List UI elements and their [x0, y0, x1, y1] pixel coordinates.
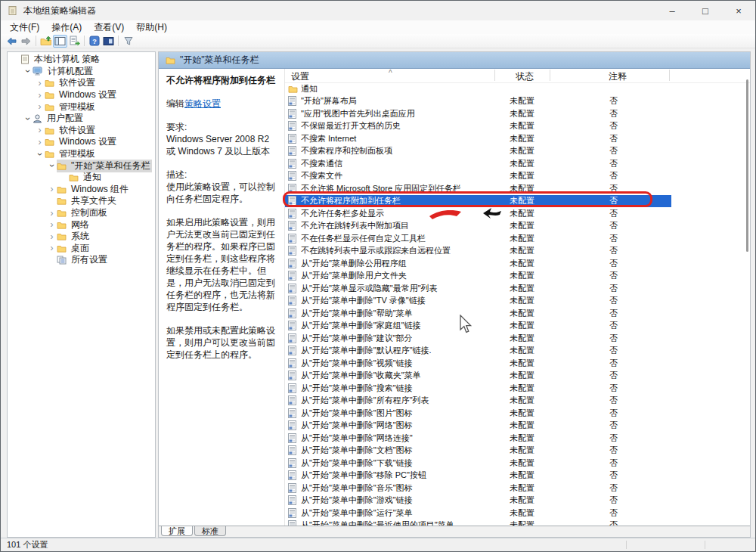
list-row-policy[interactable]: 从"开始"菜单中删除"文档"图标未配置否	[285, 445, 750, 457]
edit-policy-setting-link[interactable]: 策略设置	[184, 98, 221, 109]
tree-item-content[interactable]: 系统	[57, 230, 91, 243]
help-button[interactable]: ?	[87, 35, 101, 48]
tree-item-content[interactable]: 用户配置	[33, 112, 85, 125]
tree-item-content[interactable]: 计算机配置	[33, 65, 94, 78]
tree-item[interactable]: ›软件设置	[8, 77, 155, 89]
tree-item-content[interactable]: 软件设置	[45, 124, 97, 137]
tree-item[interactable]: ›系统	[8, 231, 155, 243]
list-row-policy[interactable]: 从"开始"菜单中删除"所有程序"列表未配置否	[285, 395, 750, 408]
tree-item[interactable]: ›Windows 设置	[8, 136, 155, 148]
tree-item-content[interactable]: Windows 组件	[57, 183, 130, 196]
list-row-policy[interactable]: 从"开始"菜单中删除"帮助"菜单未配置否	[285, 307, 750, 320]
list-row-policy[interactable]: 从"开始"菜单中删除"家庭组"链接未配置否	[285, 320, 750, 333]
show-extended-view-button[interactable]	[101, 35, 116, 48]
tree-item-content[interactable]: 管理模板	[45, 101, 97, 113]
tree-item[interactable]: ›本地计算机 策略	[8, 54, 155, 66]
tree-item[interactable]: ›控制面板	[8, 207, 155, 219]
chevron-collapsed-icon[interactable]: ›	[35, 138, 45, 147]
chevron-collapsed-icon[interactable]: ›	[47, 209, 57, 218]
tree-item[interactable]: ›"开始"菜单和任务栏	[8, 160, 155, 172]
list-row-policy[interactable]: 不保留最近打开文档的历史未配置否	[285, 120, 750, 133]
chevron-collapsed-icon[interactable]: ›	[35, 102, 45, 111]
tree-item-content[interactable]: 共享文件夹	[57, 194, 118, 207]
list-row-policy[interactable]: 从"开始"菜单中删除"图片"图标未配置否	[285, 407, 750, 420]
list-row-policy[interactable]: 从"开始"菜单删除公用程序组未配置否	[285, 257, 750, 270]
chevron-expanded-icon[interactable]: ›	[48, 161, 57, 171]
list-row-policy[interactable]: 从"开始"菜单中删除"下载"链接未配置否	[285, 457, 750, 470]
tree-item-content[interactable]: 本地计算机 策略	[20, 53, 101, 66]
show-console-tree-toggle[interactable]	[53, 35, 67, 48]
tree-item[interactable]: ›用户配置	[8, 113, 155, 125]
chevron-collapsed-icon[interactable]: ›	[47, 232, 57, 241]
tree-item[interactable]: ›桌面	[8, 243, 155, 255]
tree-item[interactable]: ›网络	[8, 219, 155, 231]
column-header-status[interactable]: 状态	[516, 70, 534, 83]
list-row-policy[interactable]: 从"开始"菜单中删除"视频"链接未配置否	[285, 357, 750, 370]
vertical-scrollbar[interactable]	[746, 79, 748, 252]
list-row-policy[interactable]: 不搜索程序和控制面板项未配置否	[285, 145, 750, 158]
list-row-policy[interactable]: 不允许在跳转列表中附加项目未配置否	[285, 220, 750, 233]
filter-button[interactable]	[121, 35, 135, 48]
tree-item[interactable]: ›管理模板	[8, 101, 155, 113]
list-row-folder[interactable]: 通知	[285, 82, 750, 95]
chevron-collapsed-icon[interactable]: ›	[35, 79, 45, 88]
column-header-comment[interactable]: 注释	[609, 70, 627, 83]
list-row-policy[interactable]: 从"开始"菜单中删除"建议"部分未配置否	[285, 332, 750, 345]
minimize-button[interactable]: –	[655, 1, 689, 20]
close-button[interactable]: ×	[722, 1, 755, 20]
tree-item[interactable]: ›管理模板	[8, 148, 155, 160]
list-row-policy[interactable]: 从"开始"菜单中删除"移除 PC"按钮未配置否	[285, 470, 750, 482]
list-row-policy[interactable]: 不搜索文件未配置否	[285, 170, 750, 183]
tree-item-content[interactable]: 管理模板	[45, 147, 97, 160]
column-header-setting[interactable]: 设置	[291, 70, 309, 83]
tab-extended[interactable]: 扩展	[161, 526, 193, 536]
list-row-policy[interactable]: 不在任务栏显示任何自定义工具栏未配置否	[285, 232, 750, 245]
list-row-policy[interactable]: 从"开始"菜单显示或隐藏"最常用"列表未配置否	[285, 282, 750, 295]
chevron-collapsed-icon[interactable]: ›	[47, 220, 57, 229]
tree-item[interactable]: ›软件设置	[8, 125, 155, 137]
tree-item-content[interactable]: "开始"菜单和任务栏	[57, 160, 152, 172]
list-row-policy[interactable]: 从"开始"菜单删除用户文件夹未配置否	[285, 270, 750, 283]
tree-item-content[interactable]: 软件设置	[45, 76, 97, 89]
list-row-policy[interactable]: "开始"屏幕布局未配置否	[285, 95, 750, 108]
menu-file[interactable]: 文件(F)	[4, 21, 45, 34]
tree-item[interactable]: ›Windows 组件	[8, 184, 155, 196]
list-row-policy[interactable]: 从"开始"菜单中删除"游戏"链接未配置否	[285, 495, 750, 507]
chevron-expanded-icon[interactable]: ›	[23, 113, 33, 123]
list-row-policy[interactable]: 从"开始"菜单中删除"默认程序"链接.未配置否	[285, 345, 750, 358]
tree-item[interactable]: ›计算机配置	[8, 66, 155, 78]
list-row-policy[interactable]: 不允许将 Microsoft Store 应用固定到任务栏未配置否	[285, 182, 750, 195]
tree-item[interactable]: ›Windows 设置	[8, 89, 155, 101]
chevron-expanded-icon[interactable]: ›	[36, 149, 45, 159]
list-row-policy[interactable]: 不搜索通信未配置否	[285, 157, 750, 170]
tree-item-content[interactable]: Windows 设置	[45, 135, 118, 148]
list-row-policy[interactable]: 从"开始"菜单中删除"音乐"图标未配置否	[285, 482, 750, 495]
maximize-button[interactable]: □	[689, 1, 722, 20]
chevron-collapsed-icon[interactable]: ›	[47, 243, 57, 253]
up-one-level-button[interactable]	[39, 35, 53, 48]
export-list-button[interactable]	[67, 35, 82, 48]
tree-item[interactable]: ›通知	[8, 172, 155, 184]
list-row-policy[interactable]: "应用"视图中首先列出桌面应用未配置否	[285, 107, 750, 120]
list-row-policy[interactable]: 不搜索 Internet未配置否	[285, 132, 750, 145]
list-row-policy[interactable]: 从"开始"菜单中删除"网络连接"未配置否	[285, 432, 750, 445]
tree-item-content[interactable]: Windows 设置	[45, 88, 118, 101]
chevron-collapsed-icon[interactable]: ›	[35, 91, 45, 100]
tree-item-content[interactable]: 通知	[69, 171, 103, 184]
back-button[interactable]	[5, 35, 19, 48]
chevron-expanded-icon[interactable]: ›	[23, 67, 33, 76]
list-row-policy[interactable]: 不在跳转列表中显示或跟踪来自远程位置未配置否	[285, 245, 750, 258]
tree-item-content[interactable]: 控制面板	[57, 206, 109, 219]
tab-standard[interactable]: 标准	[194, 526, 226, 536]
list-row-policy[interactable]: 从"开始"菜单中删除"网络"图标未配置否	[285, 420, 750, 433]
list-row-policy[interactable]: 从"开始"菜单中删除"搜索"链接未配置否	[285, 382, 750, 395]
menu-action[interactable]: 操作(A)	[45, 21, 88, 34]
forward-button[interactable]	[19, 35, 33, 48]
tree-item-content[interactable]: 所有设置	[57, 253, 109, 266]
list-row-policy[interactable]: 从"开始"菜单中删除"收藏夹"菜单未配置否	[285, 370, 750, 383]
list-row-policy[interactable]: 不允许任务栏多处显示未配置否	[285, 207, 750, 220]
tree-item-content[interactable]: 桌面	[57, 242, 91, 255]
chevron-collapsed-icon[interactable]: ›	[47, 185, 57, 194]
list-row-policy[interactable]: 不允许将程序附加到任务栏未配置否	[285, 195, 671, 208]
tree-item[interactable]: ›所有设置	[8, 254, 155, 266]
